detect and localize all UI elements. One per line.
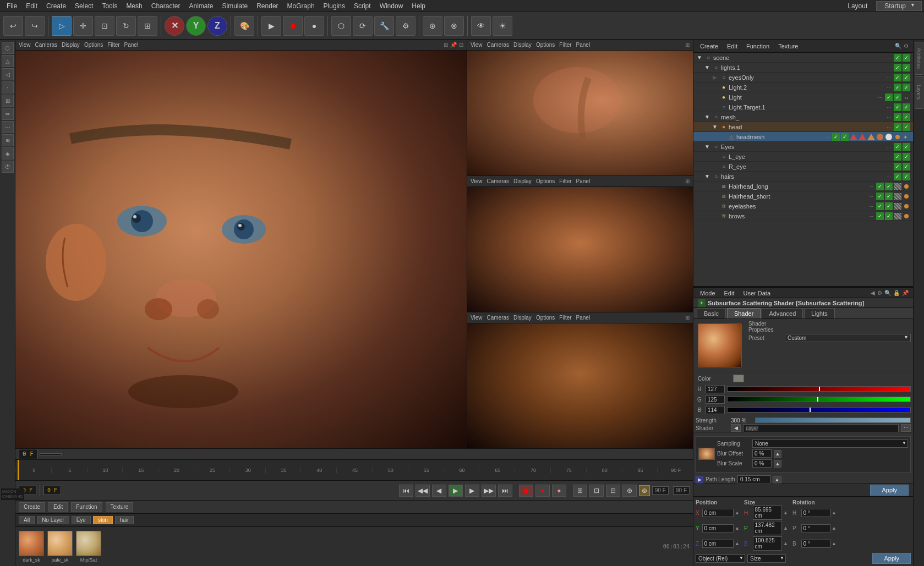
menu-mesh[interactable]: Mesh [122,2,146,10]
vp2-menu-options[interactable]: Options [536,178,555,184]
start-frame-input[interactable] [40,453,62,455]
om-row-hairs[interactable]: ▼ ○ hairs ··· ✓ ✓ [693,172,913,182]
generator-button[interactable]: ⚙ [396,16,415,36]
record-auto-button[interactable]: ⏺ [519,485,533,497]
om-eyelashes-vis2[interactable]: ✓ [885,202,893,210]
motion-preview-button[interactable]: ⊞ [573,485,587,497]
vp1-menu-display[interactable]: Display [513,42,532,48]
om-hairs-vis2[interactable]: ✓ [903,173,910,180]
vp1-menu-options[interactable]: Options [536,42,555,48]
deform-button[interactable]: 🔧 [374,16,394,36]
om-function-menu[interactable]: Function [744,43,772,50]
menu-simulate[interactable]: Simulate [218,2,253,10]
y-btn[interactable]: Y [186,16,206,36]
am-edit-menu[interactable]: Edit [722,290,737,296]
om-light2-vis[interactable]: ✓ [894,84,901,91]
color-main-swatch[interactable] [733,375,744,382]
om-create-menu[interactable]: Create [698,43,720,50]
am-tab-lights[interactable]: Lights [804,308,834,318]
vp2-menu-filter[interactable]: Filter [559,178,571,184]
axis-button[interactable]: ⊗ [444,16,464,36]
vp2-expand-icon[interactable]: ⊞ [685,178,690,184]
filter-skin[interactable]: skin [93,516,113,524]
om-leye-vis[interactable]: ✓ [894,153,901,161]
material-dark-sk[interactable]: dark_sk [19,531,44,563]
timeline-playhead[interactable] [18,460,19,480]
render-view-button[interactable]: ☀ [493,16,512,36]
snap-button[interactable]: ⊕ [423,16,442,36]
point-tool[interactable]: · [2,81,14,94]
om-hairlong-vis[interactable]: ✓ [876,183,884,190]
om-headmesh-vis2[interactable]: ✓ [841,133,849,141]
undo-button[interactable]: ↩ [3,16,23,36]
vp-menu-panel[interactable]: Panel [124,42,139,48]
om-scene-vis1[interactable]: ✓ [894,54,901,62]
am-tab-advanced[interactable]: Advanced [762,308,803,318]
menu-edit[interactable]: Edit [21,2,42,10]
viewport-right3-canvas[interactable] [467,323,693,448]
vp1-menu-panel[interactable]: Panel [576,42,591,48]
om-mesh-vis[interactable]: ✓ [894,113,901,121]
blur-offset-up-btn[interactable]: ▲ [774,450,781,458]
menu-window[interactable]: Window [375,2,408,10]
filter-all[interactable]: All [19,516,35,524]
node-tool[interactable]: ◈ [2,147,14,160]
filter-eye[interactable]: Eye [72,516,91,524]
z-btn[interactable]: Z [207,16,227,36]
vp3-menu-options[interactable]: Options [536,315,555,321]
vp-menu-filter[interactable]: Filter [107,42,119,48]
menu-render[interactable]: Render [252,2,282,10]
om-settings-icon[interactable]: ⚙ [904,43,909,49]
om-row-eyelashes[interactable]: ≋ eyelashes ··· ✓ ✓ [693,201,913,211]
cm-edit-btn[interactable]: Edit [48,502,68,512]
om-brows-vis[interactable]: ✓ [876,212,884,220]
anim-tool[interactable]: ⏱ [2,161,14,173]
sculpt-tool[interactable]: ⋯ [2,121,14,133]
om-row-hairshort[interactable]: ≋ Hairhead_short ··· ✓ ✓ [693,191,913,201]
vp-expand-icon[interactable]: ⊡ [459,42,463,48]
om-hairlong-vis2[interactable]: ✓ [885,183,893,190]
om-row-lighttarget1[interactable]: ○ Light.Target.1 ··· ✓ ✓ [693,102,913,112]
om-hairshort-vis2[interactable]: ✓ [885,193,893,200]
om-edit-menu[interactable]: Edit [725,43,740,50]
om-leye-vis2[interactable]: ✓ [903,153,910,161]
menu-select[interactable]: Select [70,2,97,10]
om-row-head[interactable]: ▼ ● head ··· ✓ ✓ [693,122,913,132]
color-r-bar[interactable] [727,386,911,392]
sp-preset-select[interactable]: Custom ▼ [785,334,911,342]
psr-rot-p-up[interactable]: ▲ [832,525,836,531]
select-tool-button[interactable]: ▷ [52,16,72,36]
record-position-button[interactable]: ● [552,485,566,497]
apply-button[interactable]: Apply [870,485,909,496]
shader-name-display[interactable]: Layer [743,424,899,432]
color-r-input[interactable]: 127 [706,385,725,393]
om-light2-vis2[interactable]: ✓ [903,84,910,91]
stereo-button[interactable]: 👁 [471,16,491,36]
om-row-scene[interactable]: ▼ ○ scene ··· ✓ ✓ [693,53,913,63]
om-head-vis2[interactable]: ✓ [903,123,910,131]
psr-rot-p-input[interactable]: 0 ° [801,524,831,532]
psr-rot-h-input[interactable]: 0 ° [801,509,831,517]
om-row-brows[interactable]: ≋ brows ··· ✓ ✓ [693,211,913,221]
om-scene-vis2[interactable]: ✓ [903,54,910,62]
vp3-menu-display[interactable]: Display [513,315,532,321]
main-viewport-canvas[interactable] [15,51,467,448]
object-button[interactable]: ⬡ [331,16,351,36]
am-search-icon2[interactable]: 🔍 [884,290,891,296]
menu-animate[interactable]: Animate [184,2,217,10]
vp3-menu-cameras[interactable]: Cameras [487,315,510,321]
color-g-input[interactable]: 125 [706,395,725,404]
menu-script[interactable]: Script [349,2,375,10]
blur-scale-up-btn[interactable]: ▲ [774,460,781,468]
psr-pos-z-up[interactable]: ▲ [735,541,740,546]
vp2-menu-panel[interactable]: Panel [576,178,591,184]
menu-mograph[interactable]: MoGraph [283,2,319,10]
timeline-track[interactable]: 0 5 10 15 20 25 30 35 40 45 50 55 60 65 … [15,460,693,480]
vp1-menu-filter[interactable]: Filter [559,42,571,48]
psr-rot-b-up[interactable]: ▲ [832,541,836,546]
color-g-bar[interactable] [727,397,911,402]
uv-tool[interactable]: ⊞ [2,95,14,107]
om-row-reye[interactable]: ○ R_eye ··· ✓ ✓ [693,162,913,172]
vp1-expand-icon[interactable]: ⊞ [685,42,690,48]
mode-select-1[interactable]: Object (Rel) ▼ [696,554,745,563]
